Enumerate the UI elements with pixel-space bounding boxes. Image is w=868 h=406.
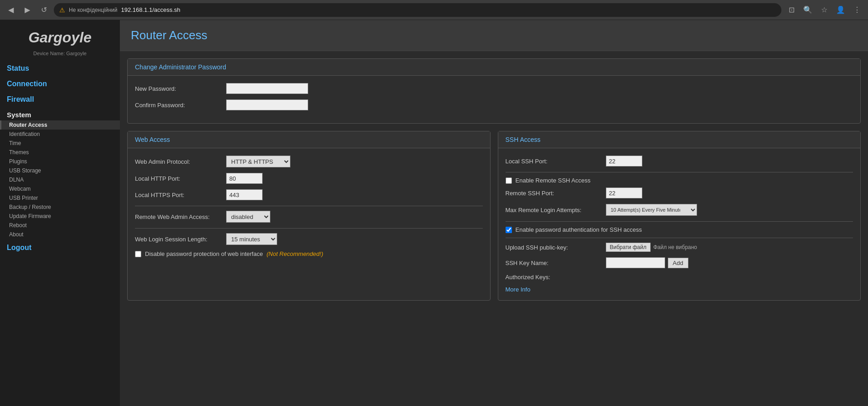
app-logo: Gargoyle: [5, 29, 115, 46]
new-password-label: New Password:: [135, 85, 226, 92]
confirm-password-label: Confirm Password:: [135, 102, 226, 109]
url-display: 192.168.1.1/access.sh: [121, 6, 180, 13]
menu-button[interactable]: ⋮: [851, 4, 863, 16]
web-divider-1: [135, 206, 483, 206]
local-ssh-port-label: Local SSH Port:: [506, 158, 606, 165]
browser-chrome: ◀ ▶ ↺ ⚠ Не конфіденційний 192.168.1.1/ac…: [0, 0, 868, 20]
session-length-select[interactable]: 15 minutes 30 minutes 1 hour 4 hours Nev…: [226, 233, 277, 245]
browser-action-icons: ⊡ 🔍 ☆ 👤 ⋮: [785, 4, 863, 16]
web-access-header: Web Access: [128, 131, 490, 148]
max-attempts-row: Max Remote Login Attempts: 10 Attempt(s)…: [506, 204, 853, 216]
remote-ssh-port-input[interactable]: [606, 187, 642, 198]
main-content: Router Access Change Administrator Passw…: [120, 20, 868, 406]
warning-icon: ⚠: [59, 6, 65, 14]
sidebar-item-connection[interactable]: Connection: [0, 76, 120, 92]
confirm-password-row: Confirm Password:: [135, 99, 853, 110]
sidebar-item-usb-printer[interactable]: USB Printer: [0, 193, 120, 203]
app-container: Gargoyle Device Name: Gargoyle Status Co…: [0, 20, 868, 406]
bookmark-button[interactable]: ☆: [818, 4, 831, 16]
key-name-input[interactable]: [606, 257, 665, 268]
sidebar-item-update-firmware[interactable]: Update Firmware: [0, 212, 120, 221]
ext-button[interactable]: ⊡: [785, 4, 798, 16]
authorized-keys-row: Authorized Keys:: [506, 274, 853, 281]
device-name-label: Device Name: Gargoyle: [0, 51, 120, 61]
web-access-body: Web Admin Protocol: HTTP & HTTPS HTTP On…: [128, 148, 490, 268]
sidebar-item-plugins[interactable]: Plugins: [0, 157, 120, 166]
ssh-divider-1: [506, 172, 853, 172]
sidebar-item-reboot[interactable]: Reboot: [0, 221, 120, 230]
sidebar-item-about[interactable]: About: [0, 230, 120, 239]
upload-key-button[interactable]: Вибрати файл: [606, 243, 651, 252]
enable-remote-ssh-checkbox[interactable]: [506, 177, 512, 184]
http-port-input[interactable]: [226, 173, 263, 184]
enable-password-auth-row: Enable password authentication for SSH a…: [506, 226, 853, 233]
page-title-bar: Router Access: [120, 20, 868, 51]
authorized-keys-label: Authorized Keys:: [506, 274, 606, 281]
upload-key-row: Upload SSH public-key: Вибрати файл Файл…: [506, 243, 853, 252]
back-button[interactable]: ◀: [5, 4, 17, 16]
logout-link[interactable]: Logout: [0, 239, 120, 256]
sidebar-item-firewall[interactable]: Firewall: [0, 92, 120, 107]
enable-remote-ssh-label: Enable Remote SSH Access: [516, 177, 591, 184]
sidebar-item-router-access[interactable]: Router Access: [0, 120, 120, 130]
sidebar-logo-area: Gargoyle: [0, 20, 120, 51]
local-ssh-port-row: Local SSH Port:: [506, 156, 853, 167]
ssh-divider-2: [506, 221, 853, 222]
protocol-row: Web Admin Protocol: HTTP & HTTPS HTTP On…: [135, 156, 483, 167]
web-divider-2: [135, 228, 483, 229]
enable-password-auth-checkbox[interactable]: [506, 227, 512, 233]
sidebar-item-webcam[interactable]: Webcam: [0, 184, 120, 193]
enable-remote-ssh-row: Enable Remote SSH Access: [506, 177, 853, 184]
ssh-divider-3: [506, 238, 853, 238]
http-port-row: Local HTTP Port:: [135, 173, 483, 184]
change-password-header: Change Administrator Password: [128, 59, 860, 76]
address-bar[interactable]: ⚠ Не конфіденційний 192.168.1.1/access.s…: [54, 3, 781, 17]
disable-password-row: Disable password protection of web inter…: [135, 250, 483, 257]
sidebar-item-status[interactable]: Status: [0, 61, 120, 76]
not-secure-label: Не конфіденційний: [69, 7, 117, 13]
https-port-input[interactable]: [226, 189, 263, 200]
key-name-label: SSH Key Name:: [506, 260, 606, 266]
https-port-label: Local HTTPS Port:: [135, 192, 226, 198]
refresh-button[interactable]: ↺: [37, 4, 50, 16]
session-length-label: Web Login Session Length:: [135, 236, 226, 243]
sidebar-section-system: System: [0, 107, 120, 120]
sidebar-item-dlna[interactable]: DLNA: [0, 175, 120, 184]
disable-password-label: Disable password protection of web inter…: [145, 250, 263, 257]
more-info-link[interactable]: More Info: [506, 286, 531, 293]
sidebar-item-usb-storage[interactable]: USB Storage: [0, 166, 120, 175]
max-attempts-select[interactable]: 10 Attempt(s) Every Five Minutes 5 Attem…: [606, 204, 697, 216]
key-name-row: SSH Key Name: Add: [506, 257, 853, 268]
http-port-label: Local HTTP Port:: [135, 175, 226, 182]
ssh-access-body: Local SSH Port: Enable Remote SSH Access…: [498, 148, 861, 300]
disable-password-checkbox[interactable]: [135, 251, 141, 257]
change-password-body: New Password: Confirm Password:: [128, 76, 860, 123]
ssh-access-header: SSH Access: [498, 131, 861, 148]
profile-button[interactable]: 👤: [834, 4, 847, 16]
https-port-row: Local HTTPS Port:: [135, 189, 483, 200]
add-key-button[interactable]: Add: [668, 258, 688, 268]
sidebar-item-themes[interactable]: Themes: [0, 148, 120, 157]
upload-key-label: Upload SSH public-key:: [506, 244, 606, 251]
ssh-access-panel: SSH Access Local SSH Port: Enable Remote…: [498, 131, 861, 301]
confirm-password-input[interactable]: [226, 99, 308, 110]
remote-admin-select[interactable]: disabled enabled: [226, 211, 270, 223]
access-panels-row: Web Access Web Admin Protocol: HTTP & HT…: [127, 131, 861, 308]
search-button[interactable]: 🔍: [801, 4, 814, 16]
remote-ssh-port-row: Remote SSH Port:: [506, 187, 853, 198]
sidebar-item-identification[interactable]: Identification: [0, 130, 120, 139]
remote-admin-row: Remote Web Admin Access: disabled enable…: [135, 211, 483, 223]
disable-password-note: (Not Recommended!): [267, 250, 323, 257]
new-password-row: New Password:: [135, 83, 853, 94]
remote-admin-label: Remote Web Admin Access:: [135, 213, 226, 220]
sidebar-item-time[interactable]: Time: [0, 139, 120, 148]
protocol-select[interactable]: HTTP & HTTPS HTTP Only HTTPS Only: [226, 156, 290, 167]
content-area: Change Administrator Password New Passwo…: [120, 51, 868, 315]
sidebar-item-backup-restore[interactable]: Backup / Restore: [0, 203, 120, 212]
local-ssh-port-input[interactable]: [606, 156, 642, 167]
forward-button[interactable]: ▶: [21, 4, 34, 16]
remote-ssh-port-label: Remote SSH Port:: [506, 190, 606, 197]
max-attempts-label: Max Remote Login Attempts:: [506, 207, 606, 213]
new-password-input[interactable]: [226, 83, 308, 94]
protocol-label: Web Admin Protocol:: [135, 158, 226, 165]
